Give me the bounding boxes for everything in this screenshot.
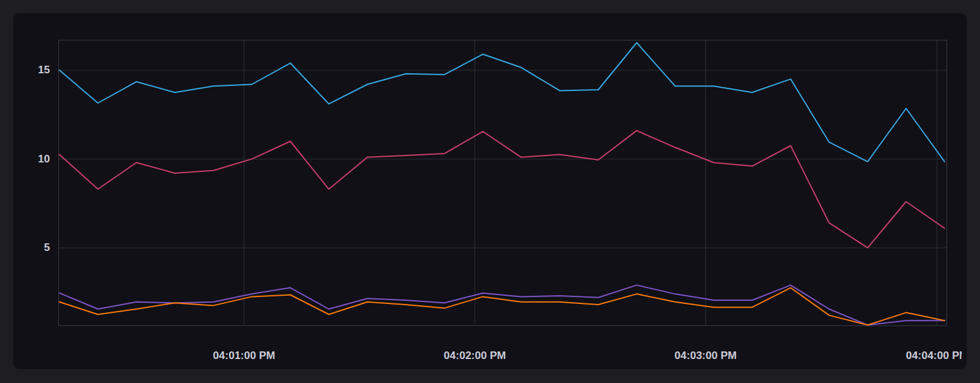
- y-axis: 15105: [13, 13, 50, 370]
- series-purple-line: [59, 285, 945, 325]
- y-tick-label: 15: [13, 64, 50, 76]
- y-tick-label: 5: [13, 241, 50, 254]
- x-tick-label: 04:03:00 PM: [675, 348, 737, 363]
- axis-frame: [59, 40, 947, 326]
- dashboard-screen: { "panel": { "title": "", "type": "time-…: [0, 0, 980, 383]
- grafana-timeseries-panel: 15105 04:01:00 PM04:02:00 PM04:03:00 PM0…: [13, 13, 967, 370]
- x-tick-label: 04:04:00 PM: [906, 348, 962, 363]
- y-tick-label: 10: [13, 153, 50, 166]
- series-red-line: [59, 131, 945, 248]
- x-tick-label: 04:01:00 PM: [213, 348, 275, 363]
- series-orange-line: [59, 288, 945, 325]
- x-axis: 04:01:00 PM04:02:00 PM04:03:00 PM04:04:0…: [58, 348, 962, 363]
- x-tick-label: 04:02:00 PM: [444, 348, 506, 363]
- chart-plot-area[interactable]: [58, 40, 947, 326]
